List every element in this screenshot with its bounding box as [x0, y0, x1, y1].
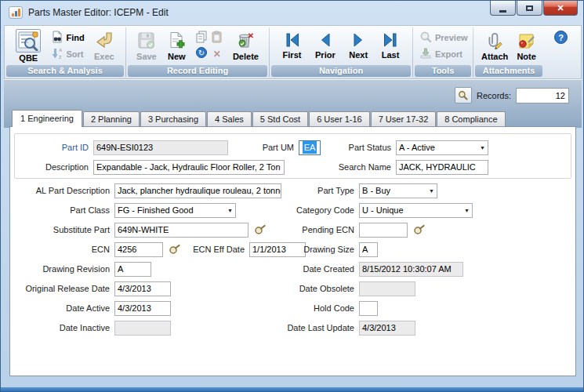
app-icon [9, 6, 23, 19]
group-label-search-analysis: Search & Analysis [6, 65, 124, 77]
help-button[interactable]: ? [554, 31, 568, 44]
substitute-part-label: Substitute Part [10, 225, 114, 234]
save-label: Save [136, 52, 157, 61]
tab-user-17-32[interactable]: 7 User 17-32 [371, 111, 437, 126]
save-button[interactable]: Save [134, 31, 159, 62]
tab-compliance[interactable]: 8 Compliance [437, 111, 505, 126]
first-icon [284, 32, 301, 49]
hold-code-field[interactable] [359, 301, 378, 316]
substitute-part-field[interactable]: 649N-WHITE [114, 223, 248, 238]
preview-icon [419, 31, 432, 45]
chevron-down-icon: ▼ [464, 208, 470, 213]
ecn-field[interactable]: 4256 [114, 242, 163, 257]
toolbar-group-tools: Preview Export Tools [413, 26, 473, 78]
first-button[interactable]: First [281, 31, 304, 60]
preview-button[interactable]: Preview [419, 31, 468, 45]
date-created-label: Date Created [253, 264, 359, 274]
cancel-x-button[interactable]: ✕ [213, 49, 221, 59]
al-part-description-label: AL Part Description [10, 186, 114, 195]
exec-label: Exec [94, 52, 114, 61]
pending-ecn-field[interactable] [359, 223, 408, 238]
sort-button[interactable]: AZ Sort [51, 47, 85, 61]
minimize-icon [499, 10, 506, 13]
delete-icon: ✕ [236, 31, 255, 51]
tab-sales[interactable]: 4 Sales [207, 111, 252, 126]
preview-label: Preview [435, 33, 468, 42]
note-label: Note [517, 52, 535, 61]
drawing-size-field[interactable]: A [359, 242, 378, 257]
part-um-label: Part UM [252, 143, 299, 152]
toolbar-group-navigation: First Prior Next [270, 26, 412, 78]
window-bottom-border [1, 387, 583, 391]
category-code-dropdown[interactable]: U - Unique ▼ [359, 203, 473, 218]
close-button[interactable]: ✕ [543, 1, 578, 16]
tab-planning[interactable]: 2 Planning [83, 111, 140, 126]
drawing-revision-field[interactable]: A [114, 262, 151, 277]
part-class-label: Part Class [10, 205, 114, 215]
part-type-value: B - Buy [362, 184, 390, 198]
svg-text:A: A [59, 48, 63, 53]
pending-ecn-lookup-button[interactable] [413, 224, 425, 235]
copy-button[interactable] [195, 31, 208, 46]
sort-icon: AZ [51, 47, 63, 61]
minimize-button[interactable] [490, 1, 516, 16]
records-search-button[interactable] [455, 87, 472, 103]
search-name-field[interactable]: JACK, HYDRAULIC [396, 160, 488, 175]
maximize-button[interactable] [517, 1, 542, 16]
description-field[interactable]: Expandable - Jack, Hydraulic Floor Rolle… [93, 160, 285, 175]
attach-button[interactable]: Attach [479, 31, 510, 62]
toolbar-group-search-analysis: QBE Find AZ Sort [5, 26, 125, 78]
find-label: Find [67, 33, 85, 42]
part-um-field[interactable]: EA [299, 140, 321, 155]
prior-button[interactable]: Prior [313, 31, 338, 60]
tab-user-1-16[interactable]: 6 User 1-16 [309, 111, 369, 126]
note-icon [517, 31, 535, 51]
toolbar-group-record-editing: Save New ↻ [126, 26, 269, 78]
drawing-size-label: Drawing Size [253, 245, 359, 254]
next-icon [350, 32, 367, 49]
ecn-label: ECN [10, 245, 114, 254]
attach-label: Attach [481, 52, 508, 61]
part-status-dropdown[interactable]: A - Active ▼ [396, 140, 488, 155]
date-active-field[interactable]: 4/3/2013 [114, 301, 171, 316]
original-release-date-label: Original Release Date [10, 284, 114, 293]
next-button[interactable]: Next [346, 31, 370, 60]
new-label: New [168, 52, 186, 61]
original-release-date-field[interactable]: 4/3/2013 [114, 281, 171, 296]
pending-ecn-label: Pending ECN [253, 225, 359, 234]
group-label-record-editing: Record Editing [128, 65, 267, 77]
part-id-field[interactable]: 649N-ESI0123 [93, 140, 228, 155]
tab-engineering[interactable]: 1 Engineering [12, 110, 82, 127]
date-obsolete-field [359, 281, 415, 296]
part-um-selected-text: EA [303, 141, 317, 154]
group-label-navigation: Navigation [271, 65, 411, 77]
tab-strip: 1 Engineering 2 Planning 3 Purchasing 4 … [12, 110, 506, 126]
last-label: Last [382, 50, 400, 60]
chevron-down-icon: ▼ [480, 145, 485, 151]
replace-button[interactable]: ↻ [195, 46, 208, 62]
part-id-label[interactable]: Part ID [10, 143, 93, 152]
paste-button[interactable] [211, 31, 223, 46]
qbe-button[interactable]: QBE [13, 28, 43, 64]
tab-purchasing[interactable]: 3 Purchasing [140, 111, 206, 126]
toolbar: QBE Find AZ Sort [4, 25, 582, 79]
part-class-dropdown[interactable]: FG - Finished Good ▼ [114, 203, 236, 218]
chevron-down-icon: ▼ [227, 208, 233, 213]
last-button[interactable]: Last [379, 31, 402, 60]
export-button[interactable]: Export [419, 47, 462, 61]
date-active-label: Date Active [10, 303, 114, 313]
find-button[interactable]: Find [51, 31, 85, 45]
svg-text:✕: ✕ [248, 31, 254, 40]
ecn-lookup-button[interactable] [169, 244, 180, 255]
date-last-update-field: 4/3/2013 [359, 321, 415, 336]
new-button[interactable]: New [165, 31, 188, 62]
close-icon: ✕ [557, 3, 564, 13]
tab-std-cost[interactable]: 5 Std Cost [252, 111, 308, 126]
records-count-field[interactable]: 12 [516, 88, 569, 103]
exec-button[interactable]: Exec [92, 30, 117, 62]
part-type-dropdown[interactable]: B - Buy ▼ [359, 183, 437, 198]
date-inactive-field [114, 321, 171, 336]
part-class-value: FG - Finished Good [118, 204, 194, 217]
note-button[interactable]: Note [514, 31, 538, 62]
delete-button[interactable]: ✕ Delete [230, 31, 261, 62]
